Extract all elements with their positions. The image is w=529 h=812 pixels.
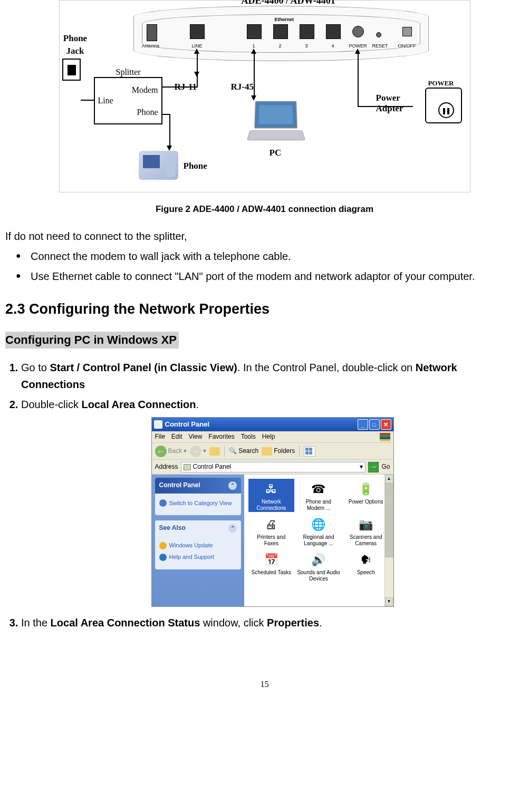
bullet-item: Connect the modem to wall jack with a te… bbox=[31, 249, 524, 264]
folder-icon bbox=[262, 447, 272, 456]
router-model-label: ADE-4400 / ADW-4401 bbox=[242, 0, 335, 7]
cp-item-scanners[interactable]: 📷 Scanners and Cameras bbox=[343, 514, 389, 547]
collapse-icon[interactable]: ⌃ bbox=[228, 481, 237, 490]
cp-item-phone-modem[interactable]: ☎ Phone and Modem ... bbox=[295, 479, 342, 512]
router-port-reset bbox=[376, 32, 381, 37]
menu-favorites[interactable]: Favorites bbox=[208, 432, 234, 442]
control-panel-screenshot: Control Panel _ □ ✕ File Edit View Favor… bbox=[151, 417, 394, 607]
scroll-thumb[interactable] bbox=[385, 484, 393, 557]
search-button[interactable]: 🔍 Search bbox=[229, 446, 258, 456]
side-panel-see-also: See Also ⌃ Windows Update Hel bbox=[155, 520, 241, 569]
router-port-eth1 bbox=[247, 24, 262, 39]
laptop-icon bbox=[248, 101, 304, 143]
network-connections-icon: 🖧 bbox=[262, 480, 280, 498]
forward-arrow-icon: → bbox=[190, 446, 201, 457]
power-label: POWER bbox=[428, 79, 454, 88]
router-port-eth3 bbox=[300, 24, 314, 39]
go-label: Go bbox=[381, 462, 390, 472]
cp-item-sounds[interactable]: 🔊 Sounds and Audio Devices bbox=[295, 549, 342, 583]
scrollbar[interactable]: ▲ ▼ bbox=[384, 475, 393, 606]
splitter-phone-label: Phone bbox=[137, 107, 158, 118]
router-port-line bbox=[190, 24, 205, 39]
power-adapter-icon bbox=[415, 88, 462, 130]
side-panel-control: Control Panel ⌃ Switch to Category View bbox=[155, 478, 241, 515]
close-button[interactable]: ✕ bbox=[381, 419, 391, 430]
printers-icon: 🖨 bbox=[262, 515, 280, 533]
go-button[interactable]: → bbox=[368, 462, 379, 472]
category-view-icon bbox=[159, 499, 167, 507]
power-adapter-label: Power Adpter bbox=[376, 93, 403, 114]
section-heading: 2.3 Configuring the Network Properties bbox=[5, 299, 524, 320]
figure-caption: Figure 2 ADE-4400 / ADW-4401 connection … bbox=[5, 203, 524, 216]
phone-label: Phone bbox=[184, 160, 207, 172]
help-support-link[interactable]: Help and Support bbox=[159, 553, 237, 562]
side-panel: Control Panel ⌃ Switch to Category View bbox=[152, 475, 244, 606]
collapse-icon[interactable]: ⌃ bbox=[228, 524, 237, 533]
menu-edit[interactable]: Edit bbox=[171, 432, 182, 442]
router-port-power bbox=[352, 26, 364, 37]
folders-button[interactable]: Folders bbox=[262, 446, 295, 456]
phone-jack-icon bbox=[62, 59, 81, 81]
address-bar: Address Control Panel ▾ → Go bbox=[152, 460, 393, 475]
bullet-item: Use Ethernet cable to connect "LAN" port… bbox=[31, 269, 524, 284]
port-label-reset: RESET bbox=[372, 43, 388, 50]
bullet-list: Connect the modem to wall jack with a te… bbox=[5, 249, 524, 284]
chevron-down-icon[interactable]: ▾ bbox=[360, 462, 363, 472]
minimize-button[interactable]: _ bbox=[358, 419, 368, 430]
menu-bar: File Edit View Favorites Tools Help bbox=[152, 431, 393, 443]
cp-item-printers[interactable]: 🖨 Printers and Faxes bbox=[248, 514, 295, 547]
phone-jack-label: Phone Jack bbox=[60, 32, 91, 57]
splitter-modem-label: Modem bbox=[132, 84, 158, 96]
menu-file[interactable]: File bbox=[155, 432, 165, 442]
windows-update-link[interactable]: Windows Update bbox=[159, 541, 237, 550]
speech-icon: 🗣 bbox=[357, 550, 375, 568]
router-port-eth2 bbox=[273, 24, 288, 39]
port-label-antenna: Antenna bbox=[142, 43, 160, 50]
router-port-eth4 bbox=[326, 24, 341, 39]
router-port-antenna bbox=[147, 24, 157, 41]
scheduled-tasks-icon: 📅 bbox=[262, 550, 280, 568]
switch-view-link[interactable]: Switch to Category View bbox=[159, 499, 237, 508]
chevron-down-icon: ▾ bbox=[203, 446, 206, 456]
menu-view[interactable]: View bbox=[189, 432, 203, 442]
windows-update-icon bbox=[159, 542, 167, 549]
cp-item-power-options[interactable]: 🔋 Power Options bbox=[343, 479, 389, 512]
step-1: Go to Start / Control Panel (in Classic … bbox=[21, 359, 524, 393]
step-2: Double-click Local Area Connection. Cont… bbox=[21, 396, 524, 607]
scroll-up-button[interactable]: ▲ bbox=[385, 475, 393, 484]
sounds-icon: 🔊 bbox=[310, 550, 328, 568]
subsection-heading: Configuring PC in Windows XP bbox=[5, 332, 179, 349]
address-label: Address bbox=[155, 462, 178, 472]
power-options-icon: 🔋 bbox=[357, 480, 375, 498]
scroll-down-button[interactable]: ▼ bbox=[385, 597, 393, 606]
control-panel-items: 🖧 Network Connections ☎ Phone and Modem … bbox=[244, 475, 393, 606]
cp-item-network-connections[interactable]: 🖧 Network Connections bbox=[248, 479, 295, 512]
back-button[interactable]: ← Back ▾ bbox=[155, 446, 187, 457]
phone-device-icon bbox=[139, 151, 178, 180]
phone-modem-icon: ☎ bbox=[310, 480, 328, 498]
control-panel-icon bbox=[184, 464, 191, 470]
port-label-eth4: 4 bbox=[332, 43, 334, 50]
intro-paragraph: If do not need to connect to the splitte… bbox=[5, 229, 524, 244]
step-3: In the Local Area Connection Status wind… bbox=[21, 614, 524, 631]
port-label-ethernet: Ethernet bbox=[275, 16, 294, 23]
toolbar: ← Back ▾ → ▾ 🔍 Search bbox=[152, 443, 393, 460]
view-mode-button[interactable] bbox=[304, 446, 315, 457]
regional-icon: 🌐 bbox=[310, 515, 328, 533]
back-arrow-icon: ← bbox=[155, 446, 167, 457]
port-label-eth3: 3 bbox=[305, 43, 308, 50]
address-input[interactable]: Control Panel ▾ bbox=[181, 462, 366, 472]
page-number: 15 bbox=[5, 679, 524, 690]
folder-up-icon bbox=[209, 447, 220, 456]
pc-label: PC bbox=[270, 147, 282, 159]
cp-item-regional[interactable]: 🌐 Regional and Language ... bbox=[295, 514, 342, 547]
menu-tools[interactable]: Tools bbox=[241, 432, 256, 442]
forward-button[interactable]: → ▾ bbox=[190, 446, 206, 457]
windows-flag-icon bbox=[380, 433, 390, 441]
menu-help[interactable]: Help bbox=[262, 432, 275, 442]
cp-item-scheduled-tasks[interactable]: 📅 Scheduled Tasks bbox=[248, 549, 295, 583]
help-icon bbox=[159, 554, 167, 561]
up-button[interactable] bbox=[209, 447, 220, 456]
cp-item-speech[interactable]: 🗣 Speech bbox=[343, 549, 389, 583]
maximize-button[interactable]: □ bbox=[369, 419, 380, 430]
